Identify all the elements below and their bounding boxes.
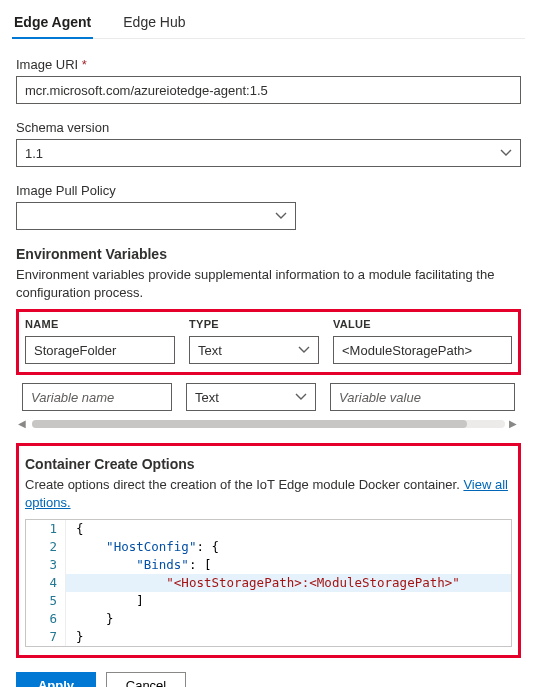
create-options-desc-text: Create options direct the creation of th…	[25, 477, 463, 492]
env-header-row: NAME TYPE VALUE	[25, 318, 512, 330]
env-description: Environment variables provide supplement…	[16, 266, 521, 301]
action-buttons: Apply Cancel	[12, 672, 525, 687]
code-line: 5 ]	[26, 592, 511, 610]
image-uri-label: Image URI *	[16, 57, 521, 72]
line-number: 6	[26, 610, 66, 628]
section-environment-variables: Environment Variables Environment variab…	[12, 246, 525, 429]
line-number: 2	[26, 538, 66, 556]
scroll-thumb[interactable]	[32, 420, 467, 428]
env-title: Environment Variables	[16, 246, 521, 262]
env-name-input[interactable]	[25, 336, 175, 364]
env-new-name-input[interactable]	[22, 383, 172, 411]
apply-button[interactable]: Apply	[16, 672, 96, 687]
line-number: 4	[26, 574, 66, 592]
env-value-input[interactable]	[333, 336, 512, 364]
schema-version-select[interactable]: 1.1	[16, 139, 521, 167]
create-options-highlight-box: Container Create Options Create options …	[16, 443, 521, 658]
env-new-value-input[interactable]	[330, 383, 515, 411]
cancel-button[interactable]: Cancel	[106, 672, 186, 687]
image-pull-policy-label: Image Pull Policy	[16, 183, 521, 198]
line-number: 1	[26, 520, 66, 538]
image-uri-input[interactable]	[16, 76, 521, 104]
module-tabs: Edge Agent Edge Hub	[12, 8, 525, 39]
code-line: 7 }	[26, 628, 511, 646]
create-options-editor[interactable]: 1 { 2 "HostConfig": { 3 "Binds": [ 4 "<H…	[25, 519, 512, 647]
code-line: 2 "HostConfig": {	[26, 538, 511, 556]
field-image-uri: Image URI *	[12, 57, 525, 104]
scroll-left-icon[interactable]: ◀	[18, 419, 28, 429]
env-horizontal-scroll: ◀ ▶	[16, 419, 521, 429]
scroll-right-icon[interactable]: ▶	[509, 419, 519, 429]
tab-edge-agent[interactable]: Edge Agent	[12, 8, 93, 38]
env-header-value: VALUE	[333, 318, 512, 330]
env-new-type-select[interactable]: Text	[186, 383, 316, 411]
tab-edge-hub[interactable]: Edge Hub	[121, 8, 187, 38]
schema-version-label: Schema version	[16, 120, 521, 135]
code-line: 1 {	[26, 520, 511, 538]
image-pull-policy-select[interactable]	[16, 202, 296, 230]
code-line: 4 "<HostStoragePath>:<ModuleStoragePath>…	[26, 574, 511, 592]
code-line: 3 "Binds": [	[26, 556, 511, 574]
env-header-name: NAME	[25, 318, 175, 330]
create-options-description: Create options direct the creation of th…	[25, 476, 512, 511]
field-schema-version: Schema version 1.1	[12, 120, 525, 167]
line-number: 3	[26, 556, 66, 574]
required-indicator: *	[82, 57, 87, 72]
scroll-track[interactable]	[32, 420, 505, 428]
env-highlight-box: NAME TYPE VALUE Text	[16, 309, 521, 375]
code-line: 6 }	[26, 610, 511, 628]
env-header-type: TYPE	[189, 318, 319, 330]
create-options-title: Container Create Options	[25, 456, 512, 472]
field-image-pull-policy: Image Pull Policy	[12, 183, 525, 230]
env-new-row: Text	[16, 381, 521, 413]
line-number: 7	[26, 628, 66, 646]
line-number: 5	[26, 592, 66, 610]
image-uri-label-text: Image URI	[16, 57, 78, 72]
env-row: Text	[25, 336, 512, 364]
env-type-select[interactable]: Text	[189, 336, 319, 364]
